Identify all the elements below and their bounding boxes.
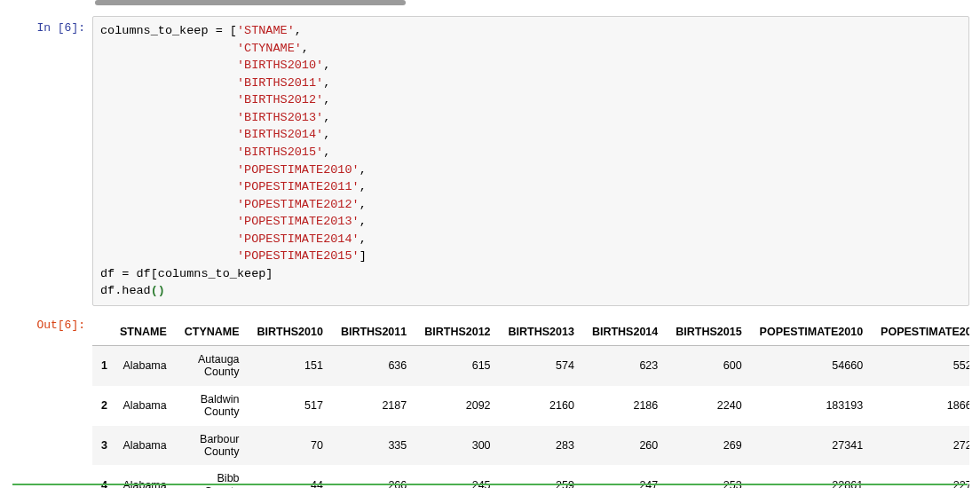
cell-value: 151: [249, 346, 332, 386]
cell-value: 574: [500, 346, 583, 386]
table-row: 1AlabamaAutaugaCounty1516366155746236005…: [92, 346, 969, 386]
output-prompt: Out[6]:: [0, 313, 92, 334]
column-header: BIRTHS2011: [332, 319, 415, 346]
cell-value: 517: [249, 386, 332, 426]
cell-value: Alabama: [111, 426, 176, 466]
cell-running-indicator: [12, 484, 968, 486]
column-header: POPESTIMATE2011: [872, 319, 969, 346]
cell-value: 260: [583, 426, 667, 466]
table-row: 2AlabamaBaldwinCounty5172187209221602186…: [92, 386, 969, 426]
dataframe-table: STNAMECTYNAMEBIRTHS2010BIRTHS2011BIRTHS2…: [92, 319, 969, 488]
prev-output-scrollbar-thumb[interactable]: [95, 0, 406, 5]
column-header: CTYNAME: [176, 319, 249, 346]
cell-value: 183193: [751, 386, 872, 426]
row-index: 1: [92, 346, 111, 386]
column-header: BIRTHS2014: [583, 319, 667, 346]
cell-value: 269: [667, 426, 750, 466]
cell-value: 55253: [872, 346, 969, 386]
column-header: BIRTHS2010: [249, 319, 332, 346]
row-index: 2: [92, 386, 111, 426]
column-header: BIRTHS2015: [667, 319, 750, 346]
cell-value: 2186: [583, 386, 667, 426]
cell-value: 623: [583, 346, 667, 386]
cell-value: 2092: [415, 386, 499, 426]
cell-value: 335: [332, 426, 415, 466]
cell-value: 283: [500, 426, 583, 466]
dataframe-output: STNAMECTYNAMEBIRTHS2010BIRTHS2011BIRTHS2…: [92, 319, 969, 488]
cell-value: 615: [415, 346, 499, 386]
cell-value: 300: [415, 426, 499, 466]
column-header: BIRTHS2013: [500, 319, 583, 346]
cell-value: 600: [667, 346, 750, 386]
cell-value: AutaugaCounty: [176, 346, 249, 386]
cell-value: BaldwinCounty: [176, 386, 249, 426]
index-header: [92, 319, 111, 346]
code-cell[interactable]: columns_to_keep = ['STNAME', 'CTYNAME', …: [92, 16, 969, 306]
cell-value: 2240: [667, 386, 750, 426]
cell-value: 186659: [872, 386, 969, 426]
cell-value: 636: [332, 346, 415, 386]
input-prompt: In [6]:: [0, 16, 92, 36]
cell-value: 2187: [332, 386, 415, 426]
cell-value: 54660: [751, 346, 872, 386]
cell-value: 27341: [751, 426, 872, 466]
cell-value: 70: [249, 426, 332, 466]
row-index: 3: [92, 426, 111, 466]
column-header: BIRTHS2012: [415, 319, 499, 346]
cell-value: Alabama: [111, 346, 176, 386]
cell-value: 27226: [872, 426, 969, 466]
cell-value: Alabama: [111, 386, 176, 426]
column-header: STNAME: [111, 319, 176, 346]
table-row: 3AlabamaBarbourCounty7033530028326026927…: [92, 426, 969, 466]
cell-value: 2160: [500, 386, 583, 426]
column-header: POPESTIMATE2010: [751, 319, 872, 346]
cell-value: BarbourCounty: [176, 426, 249, 466]
